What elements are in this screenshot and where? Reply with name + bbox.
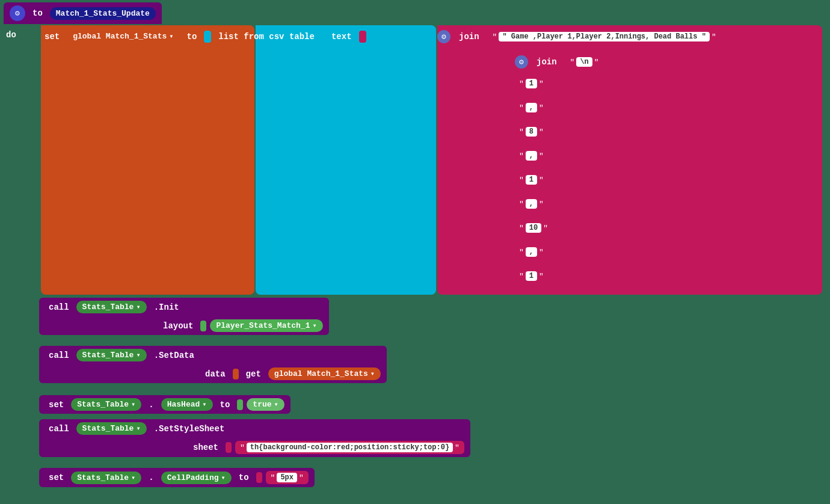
data-label: data <box>201 368 229 380</box>
set-cellpadding-row: set Stats_Table . CellPadding to " 5px " <box>39 468 315 487</box>
join-row: ⚙ join " " Game ,Player 1,Player 2,Innin… <box>437 30 721 43</box>
join-sub-gear-icon: ⚙ <box>515 55 528 69</box>
cellpadding-component-pill[interactable]: Stats_Table <box>71 472 141 484</box>
text-label: text <box>328 31 355 43</box>
init-component-pill[interactable]: Stats_Table <box>76 301 147 313</box>
join-subblock: ⚙ join " \n " <box>510 53 609 71</box>
str-val-1: " 1 " <box>514 77 549 90</box>
header-string-val: " " Game ,Player 1,Player 2,Innings, Dea… <box>488 30 721 43</box>
cellpadding-value-val: " 5px " <box>266 471 309 484</box>
hashead-to-label: to <box>217 399 234 411</box>
str-val-comma-4: " , " <box>514 245 549 259</box>
set-hashead-row: set Stats_Table . HasHead to true <box>39 395 290 414</box>
function-name-pill[interactable]: Match_1_Stats_Update <box>50 7 156 20</box>
str-inner-comma-1: , <box>526 103 537 112</box>
function-header: ⚙ to Match_1_Stats_Update <box>4 2 162 24</box>
dot-label-2: . <box>145 472 157 484</box>
call-init-layout-row: layout Player_Stats_Match_1 <box>39 316 329 335</box>
str-val-comma-3: " , " <box>514 197 549 211</box>
setdata-method-label: .SetData <box>150 349 198 361</box>
str-row-1b: " 1 " <box>514 173 549 186</box>
set-cellpadding-label: set <box>45 472 67 484</box>
call-setdata-label: call <box>45 349 73 361</box>
str-row-comma-2: " , " <box>514 149 549 162</box>
sheet-connector <box>226 442 232 453</box>
call-setdata-row: call Stats_Table .SetData <box>39 346 387 364</box>
str-row-comma-3: " , " <box>514 197 549 211</box>
backslash-n-inner: \n <box>576 57 592 67</box>
main-set-row: set global Match_1_Stats to list from cs… <box>41 30 366 43</box>
layout-connector <box>200 321 206 331</box>
call-setstyle-row: call Stats_Table .SetStyleSheet <box>39 419 470 438</box>
str-row-10: " 10 " <box>514 221 553 235</box>
gear-icon: ⚙ <box>10 5 25 21</box>
cellpadding-connector <box>256 472 262 483</box>
call-init-row: call Stats_Table .Init <box>39 298 329 316</box>
orange-block <box>41 25 254 295</box>
str-val-8: " 8 " <box>514 125 549 138</box>
join-sub-label: join <box>533 56 561 68</box>
str-row-1c: " 1 " <box>514 269 549 283</box>
layout-label: layout <box>159 320 197 332</box>
set-hashead-label: set <box>45 399 67 411</box>
global-var-pill[interactable]: global Match_1_Stats <box>67 30 179 43</box>
layout-value-pill[interactable]: Player_Stats_Match_1 <box>210 319 322 332</box>
str-row-comma-1: " , " <box>514 101 549 114</box>
str-inner-comma-2: , <box>526 151 537 161</box>
sheet-value-val: " th{background-color:red;position:stick… <box>235 441 464 454</box>
dot-label-1: . <box>145 399 157 411</box>
str-inner-1: 1 <box>526 79 537 88</box>
str-inner-comma-4: , <box>526 247 537 257</box>
call-setdata-data-row: data get global Match_1_Stats <box>39 364 387 383</box>
cellpadding-property-pill[interactable]: CellPadding <box>161 472 232 484</box>
connector <box>204 31 211 43</box>
get-var-pill[interactable]: global Match_1_Stats <box>268 367 381 380</box>
str-row-1: " 1 " <box>514 77 549 90</box>
pink-block <box>437 25 822 295</box>
to-label-1: to <box>183 31 200 43</box>
str-inner-8: 8 <box>526 127 537 137</box>
call-setstyle-sheet-row: sheet " th{background-color:red;position… <box>39 438 470 457</box>
str-inner-1b: 1 <box>526 175 537 185</box>
sheet-value-inner: th{background-color:red;position:sticky;… <box>247 443 453 452</box>
teal-block <box>256 25 436 295</box>
hashead-property-pill[interactable]: HasHead <box>161 398 213 411</box>
header-string-inner: " Game ,Player 1,Player 2,Innings, Dead … <box>499 32 709 41</box>
do-keyword: do <box>6 30 16 40</box>
cellpadding-to-label: to <box>235 472 253 484</box>
hashead-value-pill[interactable]: true <box>247 398 284 411</box>
str-inner-1c: 1 <box>526 271 537 281</box>
call-init-container: call Stats_Table .Init layout Player_Sta… <box>39 298 329 335</box>
str-val-1c: " 1 " <box>514 269 549 283</box>
to-keyword: to <box>29 7 46 19</box>
setdata-component-pill[interactable]: Stats_Table <box>76 349 147 361</box>
str-val-1b: " 1 " <box>514 173 549 186</box>
str-val-comma-2: " , " <box>514 149 549 162</box>
str-inner-comma-3: , <box>526 199 537 209</box>
hashead-component-pill[interactable]: Stats_Table <box>71 398 141 411</box>
connector2 <box>359 31 366 43</box>
data-connector <box>233 369 239 380</box>
str-val-comma-1: " , " <box>514 101 549 114</box>
call-setdata-container: call Stats_Table .SetData data get globa… <box>39 346 387 383</box>
call-setstyle-container: call Stats_Table .SetStyleSheet sheet " … <box>39 419 470 457</box>
list-from-csv-label: list from csv table <box>215 31 318 43</box>
init-method-label: .Init <box>150 301 183 313</box>
str-row-comma-4: " , " <box>514 245 549 259</box>
workspace: ⚙ to Match_1_Stats_Update do set global … <box>0 0 830 504</box>
join-label: join <box>455 31 483 43</box>
sheet-label: sheet <box>189 441 222 453</box>
cellpadding-value-inner: 5px <box>277 473 297 482</box>
setstyle-method-label: .SetStyleSheet <box>150 423 229 435</box>
call-setstyle-label: call <box>45 423 73 435</box>
backslash-n-val: " \n " <box>565 55 604 69</box>
set-label: set <box>41 31 63 43</box>
call-init-label: call <box>45 301 73 313</box>
join-gear-icon: ⚙ <box>437 30 450 43</box>
str-val-10: " 10 " <box>514 221 553 235</box>
str-row-8: " 8 " <box>514 125 549 138</box>
str-inner-10: 10 <box>526 223 541 233</box>
setstyle-component-pill[interactable]: Stats_Table <box>76 422 147 435</box>
hashead-connector <box>237 399 243 410</box>
get-label: get <box>242 368 265 380</box>
